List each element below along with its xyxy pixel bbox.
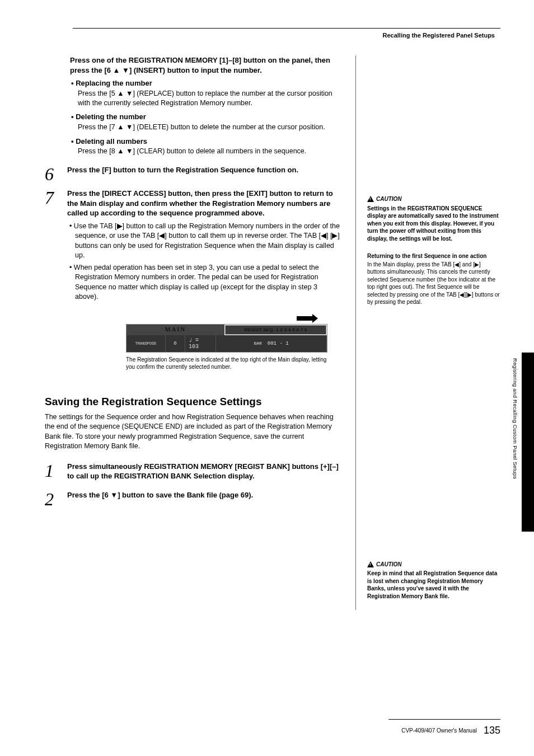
footer-rule: [388, 719, 500, 720]
main-column: Press one of the REGISTRATION MEMORY [1]…: [45, 55, 341, 610]
clear-body: Press the [8 ▲ ▼] (CLEAR) button to dele…: [78, 147, 341, 156]
lcd-tempo: ♩ = 103: [185, 335, 216, 352]
replace-title: Replacing the number: [78, 78, 341, 88]
breadcrumb: Recalling the Registered Panel Setups: [45, 32, 500, 39]
note-title: Returning to the first Sequence in one a…: [367, 252, 500, 260]
screenshot-caption: The Registration Sequence is indicated a…: [126, 356, 327, 370]
footer-manual: CVP-409/407 Owner's Manual: [401, 727, 477, 734]
chapter-tab: [522, 353, 534, 532]
replace-body: Press the [5 ▲ ▼] (REPLACE) button to re…: [78, 89, 341, 108]
save-step-2-number: 2: [45, 490, 67, 508]
lcd-bar-val: 001 - 1: [268, 341, 289, 346]
step-7-sub1: Use the TAB [▶] button to call up the Re…: [75, 222, 341, 261]
caution-1-label: CAUTION: [376, 195, 402, 203]
arrow-icon: [297, 316, 313, 321]
lcd-main-label: MAIN: [127, 325, 224, 335]
chapter-label: Registering and Recalling Custom Panel S…: [512, 358, 518, 479]
step-6-number: 6: [45, 165, 67, 183]
lcd-transpose-label: TRANSPOSE: [135, 341, 157, 346]
lcd-bar-label: BAR: [254, 341, 261, 346]
intro-title: Press one of the REGISTRATION MEMORY [1]…: [70, 55, 341, 75]
caution-icon: [367, 196, 374, 202]
lcd-screenshot: MAIN REGIST SEQ. 1 2 3 4 5 6 7 8 TRANSPO…: [126, 313, 341, 370]
save-step-1-text: Press simultaneously REGISTRATION MEMORY…: [67, 462, 341, 481]
delete-title: Deleting the number: [78, 112, 341, 122]
note-text: In the Main display, press the TAB [◀] a…: [367, 261, 500, 306]
step-7-number: 7: [45, 189, 67, 206]
lcd-regist-label: REGIST SEQ. 1 2 3 4 5 6 7 8: [225, 325, 326, 335]
sidebar-column: CAUTION Settings in the REGISTRATION SEQ…: [355, 55, 500, 610]
footer-page: 135: [484, 725, 500, 736]
step-7-sub2: When pedal operation has been set in ste…: [75, 263, 341, 302]
step-6-text: Press the [F] button to turn the Registr…: [67, 165, 341, 175]
caution-1-text: Settings in the REGISTRATION SEQUENCE di…: [367, 205, 500, 243]
save-step-2-text: Press the [6 ▼] button to save the Bank …: [67, 490, 341, 500]
lcd-transpose-val: 0: [166, 335, 185, 352]
caution-icon: [367, 561, 374, 567]
step-7-title: Press the [DIRECT ACCESS] button, then p…: [67, 189, 341, 218]
header-rule: [73, 28, 500, 29]
section-para: The settings for the Sequence order and …: [45, 412, 341, 452]
caution-2-text: Keep in mind that all Registration Seque…: [367, 570, 500, 600]
section-title: Saving the Registration Sequence Setting…: [45, 396, 341, 408]
save-step-1-number: 1: [45, 462, 67, 480]
clear-title: Deleting all numbers: [78, 137, 341, 147]
delete-body: Press the [7 ▲ ▼] (DELETE) button to del…: [78, 123, 341, 132]
caution-2-label: CAUTION: [376, 561, 402, 569]
